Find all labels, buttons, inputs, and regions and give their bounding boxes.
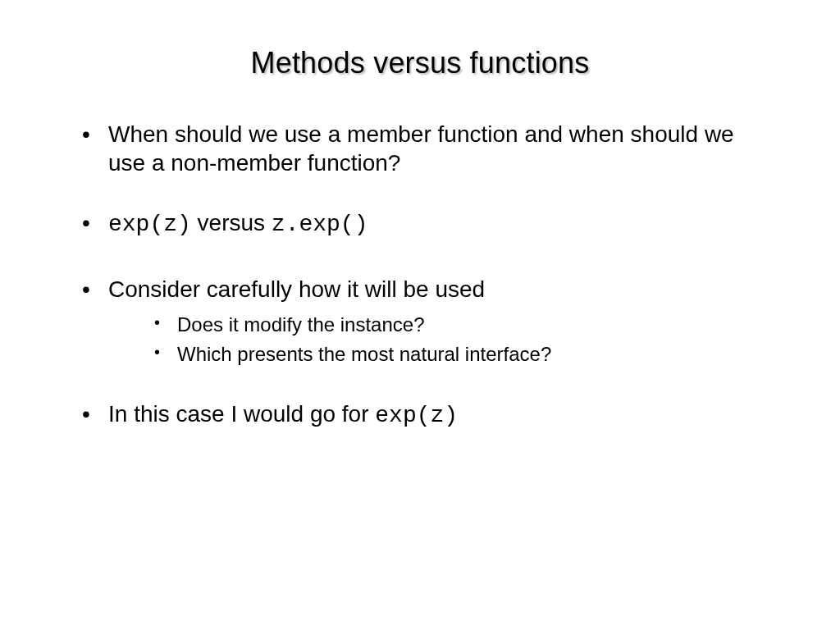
bullet-3-sub-2: Which presents the most natural interfac… <box>154 341 774 368</box>
bullet-4: In this case I would go for exp(z) <box>82 399 774 430</box>
bullet-3-sub-1-text: Does it modify the instance? <box>177 313 425 336</box>
slide: Methods versus functions When should we … <box>0 0 840 630</box>
bullet-2: exp(z) versus z.exp() <box>82 208 774 239</box>
bullet-list: When should we use a member function and… <box>66 120 774 430</box>
bullet-3: Consider carefully how it will be used D… <box>82 275 774 368</box>
bullet-1: When should we use a member function and… <box>82 120 774 177</box>
bullet-2-code-b: z.exp() <box>272 212 368 237</box>
bullet-3-sub-2-text: Which presents the most natural interfac… <box>177 343 551 365</box>
slide-title: Methods versus functions <box>66 46 774 80</box>
bullet-4-pre: In this case I would go for <box>108 401 375 427</box>
bullet-4-code: exp(z) <box>375 403 458 428</box>
bullet-3-sub-1: Does it modify the instance? <box>154 312 774 338</box>
bullet-2-versus: versus <box>191 210 272 235</box>
bullet-3-sublist: Does it modify the instance? Which prese… <box>108 312 774 368</box>
bullet-2-code-a: exp(z) <box>108 212 191 237</box>
bullet-3-text: Consider carefully how it will be used <box>108 276 485 302</box>
bullet-1-text: When should we use a member function and… <box>108 121 734 176</box>
